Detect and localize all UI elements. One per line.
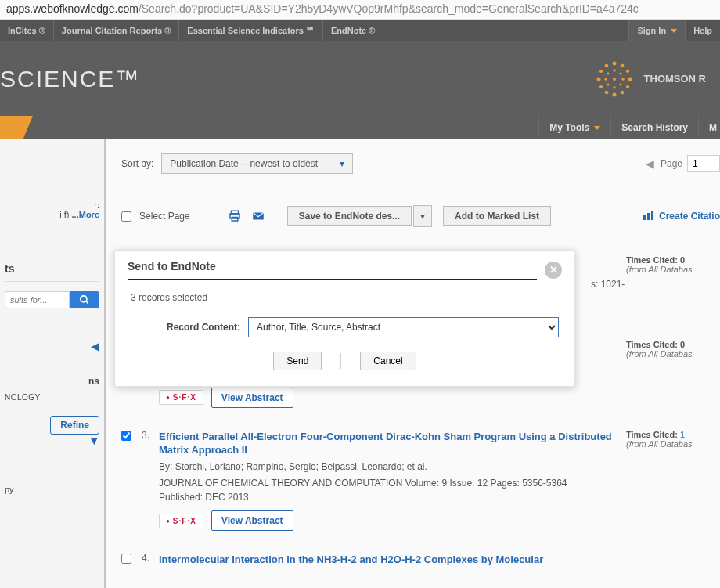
bar-chart-icon — [643, 211, 654, 222]
svg-point-8 — [599, 85, 602, 88]
svg-point-14 — [621, 78, 624, 80]
chevron-down-icon — [671, 29, 677, 33]
records-selected-text: 3 records selected — [131, 292, 559, 303]
svg-point-0 — [612, 61, 616, 65]
result-number: 3. — [142, 430, 159, 531]
nav-incites[interactable]: InCites ® — [0, 20, 54, 41]
marked-list-link[interactable]: M — [698, 116, 720, 139]
svg-point-1 — [620, 63, 624, 67]
add-to-marked-list-button[interactable]: Add to Marked List — [443, 206, 551, 226]
collapse-left-icon[interactable]: ◀ — [5, 340, 99, 352]
result-number: 4. — [142, 553, 159, 567]
url-path: /Search.do?product=UA&SID=Y2h5yD4ywVQop9… — [139, 2, 639, 15]
chevron-down-icon: ▾ — [340, 158, 344, 169]
help-link[interactable]: Help — [686, 20, 720, 41]
mail-icon[interactable] — [251, 209, 265, 223]
result-title-link[interactable]: Efficient Parallel All-Electron Four-Com… — [159, 430, 612, 457]
create-citation-report-link[interactable]: Create Citatio — [643, 211, 720, 222]
sfx-button[interactable]: S·F·X — [159, 390, 203, 405]
chevron-down-icon — [594, 126, 600, 130]
categories-section-header: ns — [5, 376, 99, 387]
svg-point-12 — [613, 69, 615, 71]
filter-text-line2: i f) — [59, 210, 69, 219]
result-title-link[interactable]: Intermolecular Interaction in the NH3-H-… — [159, 553, 612, 567]
active-tab-indicator — [0, 116, 33, 139]
close-button[interactable]: ✕ — [545, 262, 562, 279]
view-abstract-button[interactable]: View Abstract — [211, 388, 293, 408]
refine-button[interactable]: Refine — [50, 416, 99, 435]
svg-point-3 — [628, 77, 632, 81]
top-nav: InCites ® Journal Citation Reports ® Ess… — [0, 20, 720, 41]
svg-point-15 — [619, 83, 621, 85]
signin-menu[interactable]: Sign In — [628, 20, 686, 41]
times-cited-label: Times Cited: — [626, 340, 680, 349]
prev-page-icon[interactable]: ◀ — [646, 157, 654, 170]
svg-point-17 — [607, 83, 609, 85]
search-icon — [79, 294, 90, 305]
vendor-brand: THOMSON R — [594, 59, 706, 99]
times-cited-link[interactable]: 1 — [680, 430, 685, 439]
svg-point-19 — [607, 72, 609, 74]
mytools-menu[interactable]: My Tools — [538, 116, 610, 139]
py-section-label: py — [5, 485, 99, 494]
page-input[interactable] — [687, 155, 720, 172]
times-cited-label: Times Cited: — [626, 255, 680, 265]
url-host: apps.webofknowledge.com — [6, 2, 139, 15]
search-button[interactable] — [70, 291, 99, 308]
svg-point-18 — [604, 78, 607, 80]
times-cited-count: 0 — [680, 340, 685, 349]
print-icon[interactable] — [228, 209, 242, 223]
url-bar: apps.webofknowledge.com/Search.do?produc… — [0, 0, 720, 20]
view-abstract-button[interactable]: View Abstract — [211, 510, 293, 531]
svg-point-9 — [596, 77, 600, 81]
select-page-checkbox[interactable] — [121, 211, 131, 222]
select-page-label: Select Page — [139, 211, 190, 222]
svg-point-7 — [604, 90, 608, 94]
svg-line-22 — [86, 301, 88, 304]
svg-point-21 — [81, 296, 87, 302]
expand-section-icon[interactable]: ▼ — [5, 435, 99, 447]
left-panel: r: i f) ...More ts ◀ ns NOLOGY Refine ▼ … — [0, 139, 106, 588]
from-databases-label: (from All Databas — [626, 349, 720, 359]
divider — [340, 353, 341, 369]
sfx-button[interactable]: S·F·X — [159, 514, 203, 528]
nav-esi[interactable]: Essential Science Indicators ℠ — [179, 20, 323, 41]
result-authors: By: Storchi, Loriano; Rampino, Sergio; B… — [159, 460, 612, 474]
times-cited-count: 0 — [680, 255, 685, 265]
more-link[interactable]: ...More — [72, 210, 99, 219]
sort-select[interactable]: Publication Date -- newest to oldest ▾ — [161, 153, 353, 174]
svg-point-11 — [604, 63, 608, 67]
product-title: SCIENCE™ — [0, 66, 140, 92]
result-meta-fragment: s: 1021- — [591, 279, 625, 290]
svg-point-4 — [625, 85, 628, 88]
nav-jcr[interactable]: Journal Citation Reports ® — [54, 20, 180, 41]
svg-point-6 — [612, 92, 616, 96]
svg-point-5 — [620, 90, 624, 94]
refine-search-input[interactable] — [5, 291, 70, 308]
svg-rect-28 — [647, 213, 650, 220]
results-section-header: ts — [5, 262, 99, 275]
save-to-endnote-button[interactable]: Save to EndNote des... — [287, 206, 412, 226]
thomson-logo-icon — [594, 59, 635, 99]
svg-point-13 — [619, 72, 621, 74]
cancel-button[interactable]: Cancel — [360, 352, 416, 370]
result-source: JOURNAL OF CHEMICAL THEORY AND COMPUTATI… — [159, 477, 612, 504]
svg-rect-27 — [643, 215, 646, 220]
sort-label: Sort by: — [121, 158, 153, 169]
svg-point-20 — [613, 78, 616, 81]
brand-header: SCIENCE™ THOMSON R — [0, 41, 720, 116]
send-to-endnote-modal: Send to EndNote ✕ 3 records selected Rec… — [114, 250, 575, 387]
result-checkbox[interactable] — [121, 554, 131, 564]
sub-nav: My Tools Search History M — [0, 116, 720, 139]
record-content-label: Record Content: — [131, 322, 248, 333]
svg-point-16 — [613, 86, 615, 88]
nav-endnote[interactable]: EndNote ® — [323, 20, 383, 41]
send-button[interactable]: Send — [273, 352, 322, 370]
search-history-link[interactable]: Search History — [610, 116, 698, 139]
category-item[interactable]: NOLOGY — [5, 393, 99, 402]
from-databases-label: (from All Databas — [626, 439, 720, 449]
result-checkbox[interactable] — [121, 431, 131, 441]
record-content-select[interactable]: Author, Title, Source, Abstract — [248, 317, 559, 337]
save-menu-chevron[interactable]: ▾ — [413, 205, 432, 227]
svg-point-10 — [599, 69, 602, 72]
